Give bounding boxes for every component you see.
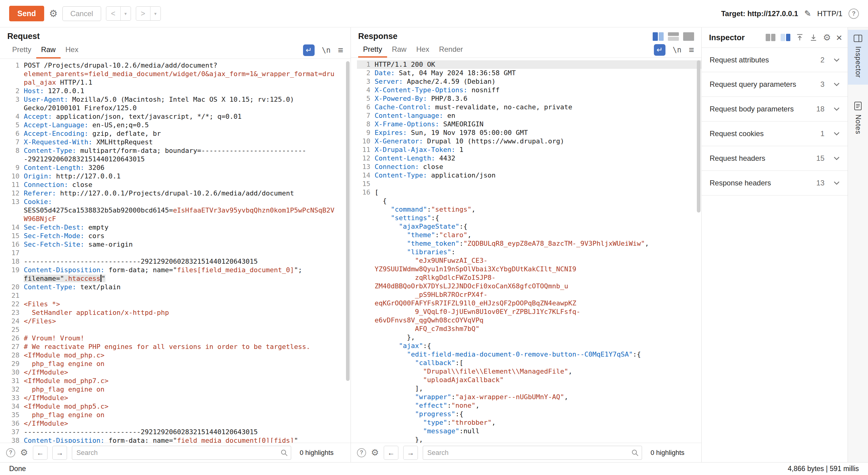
side-tab-inspector[interactable]: Inspector (848, 30, 868, 85)
inspector-settings-icon[interactable]: ⚙ (823, 33, 831, 42)
response-editor[interactable]: 1HTTP/1.1 200 OK2Date: Sat, 04 May 2024 … (351, 58, 702, 443)
help-icon[interactable]: ? (848, 8, 859, 19)
tab-hex[interactable]: Hex (411, 42, 434, 58)
tab-pretty[interactable]: Pretty (358, 42, 387, 58)
code-line-content: "progress":{ (375, 410, 702, 418)
request-settings-gear-icon[interactable]: ⚙ (49, 9, 58, 18)
line-number (357, 376, 370, 384)
code-line: 24</Files> (6, 317, 350, 325)
code-line: 28<IfModule mod_php.c> (6, 351, 350, 359)
code-segment: :{ (455, 410, 464, 418)
inspector-section-request-headers[interactable]: Request headers15 (702, 146, 847, 171)
tab-hex[interactable]: Hex (61, 42, 84, 59)
code-line-content: Connection: close (375, 163, 702, 171)
code-line-content: "ajaxPageState":{ (375, 222, 702, 231)
edit-target-icon[interactable]: ✎ (804, 9, 811, 19)
code-segment: -----------------------------29212920602… (24, 258, 258, 265)
layout-single-icon[interactable] (683, 32, 694, 41)
search-help-icon[interactable]: ? (357, 448, 366, 457)
code-line-content: Content-language: en (375, 112, 702, 120)
layout-columns-icon[interactable] (653, 32, 664, 41)
code-line: 9_VQqLf0-JjUEwn8U1ov0EY_rZPBLJ1Yc7KLFsfq… (357, 308, 702, 325)
inspector-section-request-body-parameters[interactable]: Request body parameters18 (702, 97, 847, 122)
search-prev-button[interactable]: ← (384, 446, 398, 460)
request-editor[interactable]: 1POST /Projects/drupal-10.2.6/media/add/… (0, 59, 350, 443)
inspector-section-response-headers[interactable]: Response headers13 (702, 171, 847, 195)
inspector-dock-left-icon[interactable] (766, 34, 775, 41)
code-segment: , (471, 205, 475, 213)
editor-menu-icon[interactable]: ≡ (338, 45, 343, 55)
line-number: 27 (6, 343, 20, 351)
search-help-icon[interactable]: ? (6, 448, 15, 457)
line-number: 23 (6, 309, 20, 317)
show-newlines-toggle-icon[interactable]: \n (322, 46, 331, 55)
search-input[interactable] (72, 446, 291, 460)
side-tab-notes[interactable]: Notes (848, 97, 868, 141)
chevron-down-icon (834, 181, 840, 185)
word-wrap-toggle-icon[interactable]: ↵ (303, 44, 315, 56)
code-segment: 3206 (84, 164, 104, 171)
code-segment: X-Content-Type-Options: (375, 86, 467, 94)
code-line: 38Content-Disposition: form-data; name="… (6, 436, 350, 443)
search-next-button[interactable]: → (403, 446, 418, 460)
layout-rows-icon[interactable] (668, 32, 679, 41)
code-line-content: User-Agent: Mozilla/5.0 (Macintosh; Inte… (24, 95, 350, 113)
history-forward-dropdown-icon[interactable]: ▾ (151, 7, 160, 21)
code-segment: X-Requested-With: (24, 138, 92, 146)
code-line-content: Expires: Sun, 19 Nov 1978 05:00:00 GMT (375, 128, 702, 137)
inspector-section-request-cookies[interactable]: Request cookies1 (702, 122, 847, 146)
search-next-button[interactable]: → (52, 446, 67, 460)
search-settings-icon[interactable]: ⚙ (371, 448, 379, 457)
line-number: 13 (357, 163, 370, 171)
tab-render[interactable]: Render (434, 42, 468, 58)
tab-raw[interactable]: Raw (387, 42, 411, 58)
code-line: 25 (6, 325, 350, 334)
line-number: 8 (6, 147, 20, 163)
line-number: 1 (357, 60, 370, 69)
code-segment: : (447, 419, 451, 426)
editor-menu-icon[interactable]: ≡ (689, 45, 694, 55)
code-segment (375, 376, 423, 384)
http-version-selector[interactable]: HTTP/1 (817, 9, 842, 18)
code-line: "callback":[ (357, 359, 702, 367)
collapse-all-icon[interactable] (796, 33, 804, 42)
code-line-content (24, 291, 350, 300)
send-button[interactable]: Send (9, 6, 44, 21)
search-settings-icon[interactable]: ⚙ (20, 448, 28, 457)
tab-pretty[interactable]: Pretty (7, 42, 36, 59)
expand-all-icon[interactable] (809, 33, 818, 42)
code-segment: POST /Projects/drupal-10.2.6/media/add/d… (24, 62, 217, 69)
search-input[interactable] (423, 446, 642, 460)
response-scrollbar[interactable] (697, 60, 701, 213)
show-newlines-toggle-icon[interactable]: \n (673, 46, 682, 54)
inspector-dock-right-icon[interactable] (781, 34, 790, 41)
cancel-button[interactable]: Cancel (62, 6, 101, 21)
code-segment: same-origin (84, 241, 133, 248)
code-line-content: POST /Projects/drupal-10.2.6/media/add/d… (24, 61, 350, 87)
word-wrap-toggle-icon[interactable]: ↵ (654, 44, 665, 56)
code-segment: </IfModule> (24, 369, 68, 376)
code-segment: "ZQDBULqR8_eypZ8eA78_8azcTM-_9V3PhljxWUe… (463, 240, 645, 247)
request-scrollbar[interactable] (346, 61, 350, 381)
code-segment: # Vroum! Vroum! (24, 334, 84, 342)
search-prev-button[interactable]: ← (33, 446, 48, 460)
code-line: 11Connection: close (6, 181, 350, 189)
inspector-close-icon[interactable]: × (836, 32, 842, 43)
inspector-section-request-query-parameters[interactable]: Request query parameters3 (702, 72, 847, 97)
code-line-content: X-Frame-Options: SAMEORIGIN (375, 120, 702, 128)
history-back-dropdown-icon[interactable]: ▾ (121, 7, 131, 21)
code-line-content: Origin: http://127.0.0.1 (24, 172, 350, 181)
code-line-content: Connection: close (24, 181, 350, 189)
inspector-section-request-attributes[interactable]: Request attributes2 (702, 48, 847, 72)
history-back-button[interactable]: < (106, 7, 121, 21)
code-line-content: Content-Type: multipart/form-data; bound… (24, 147, 350, 163)
tab-raw[interactable]: Raw (36, 42, 61, 59)
line-number: 6 (357, 103, 370, 112)
code-line: "progress":{ (357, 410, 702, 418)
history-forward-button[interactable]: > (136, 7, 151, 21)
code-line: 17 (6, 249, 350, 257)
line-number: 22 (6, 300, 20, 309)
code-segment (375, 402, 415, 409)
line-number (357, 248, 370, 256)
request-search-bar: ? ⚙ ← → 0 highlights (0, 443, 350, 462)
